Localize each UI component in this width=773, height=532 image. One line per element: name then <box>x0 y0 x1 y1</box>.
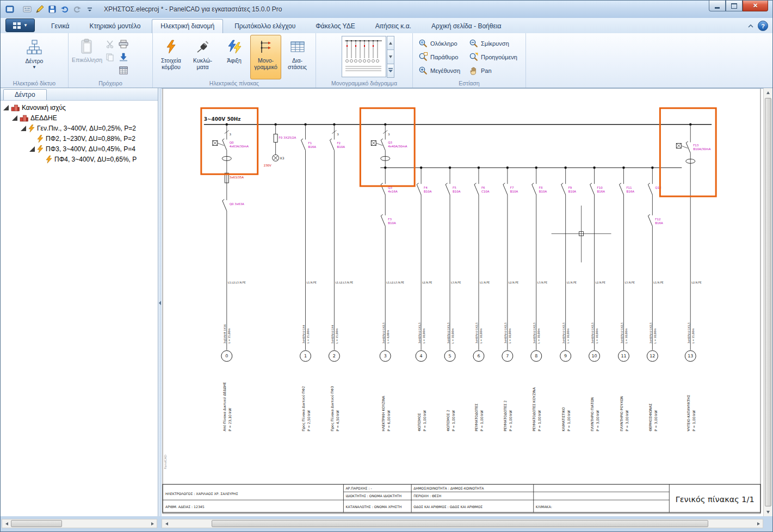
help-icon[interactable]: ? <box>758 21 768 31</box>
vertical-scrollbar[interactable] <box>763 88 772 516</box>
scroll-left-icon[interactable] <box>162 519 171 528</box>
tab-protokollo-elegchou[interactable]: Πρωτόκολλο ελέγχου <box>226 19 304 33</box>
group-label: Ηλεκτρικό δίκτυο <box>1 80 68 86</box>
print-icon[interactable] <box>118 39 129 50</box>
svg-text:1: 1 <box>304 354 307 358</box>
svg-text:5: 5 <box>448 354 451 358</box>
titlebar[interactable]: ΧΡΗΣΤΟΣ.elecproj * - PanelCAD για εγκατα… <box>1 1 772 18</box>
svg-text:F1: F1 <box>308 141 312 145</box>
tools-icon[interactable] <box>34 4 45 15</box>
tab-archiki-voitheia[interactable]: Αρχική σελίδα - Βοήθεια <box>423 19 510 33</box>
svg-text:3xH07V-U 1X1,5: 3xH07V-U 1X1,5 <box>418 323 421 344</box>
svg-text:3xH07V-U 1X2,5: 3xH07V-U 1X2,5 <box>621 323 623 344</box>
tab-fakelos-yde[interactable]: Φάκελος ΥΔΕ <box>307 19 363 33</box>
redo-icon[interactable] <box>72 4 83 15</box>
application-menu-button[interactable]: ▼ <box>5 18 35 32</box>
group-label: Μονογραμμικό διάγραμμα <box>316 80 412 86</box>
svg-text:B16A: B16A <box>597 190 605 193</box>
tree-expander-icon[interactable] <box>21 126 26 131</box>
zoom-window-button[interactable]: Παράθυρο <box>416 50 465 64</box>
svg-text:3x63/35A: 3x63/35A <box>230 176 244 179</box>
tree-expander-icon[interactable] <box>29 146 35 152</box>
scroll-left-icon[interactable] <box>2 519 11 528</box>
pan-hand-icon <box>469 66 478 75</box>
save-icon[interactable] <box>47 4 58 15</box>
scroll-up-icon[interactable] <box>764 88 772 97</box>
tree-expander-icon[interactable] <box>3 105 9 110</box>
canvas-scroll-thumb[interactable] <box>212 520 708 527</box>
canvas-horizontal-scrollbar[interactable] <box>162 519 763 528</box>
undo-icon[interactable] <box>59 4 70 15</box>
paste-button[interactable]: Επικόλληση <box>71 34 103 79</box>
tree-expander-icon[interactable] <box>12 115 17 121</box>
tab-genika[interactable]: Γενικά <box>42 19 78 33</box>
tab-ilektriki-dianomi[interactable]: Ηλεκτρική διανομή <box>152 19 223 33</box>
svg-text:ΔΗΜΟΣ/ΚΟΙΝΟΤΗΤΑ : ΔΗΜΟΣ-ΚΟΙ: ΔΗΜΟΣ/ΚΟΙΝΟΤΗΤΑ : ΔΗΜΟΣ-ΚΟΙΝΟΤΗΤΑ <box>413 486 484 490</box>
table-icon[interactable] <box>118 65 129 76</box>
svg-text:L1,N,PE: L1,N,PE <box>653 281 663 284</box>
svg-text:L = 10,00m: L = 10,00m <box>452 328 454 343</box>
gallery-more-icon[interactable] <box>387 64 394 78</box>
zoom-previous-button[interactable]: Προηγούμενη <box>466 50 522 64</box>
scroll-right-icon[interactable] <box>148 519 157 528</box>
svg-text:L1,N,PE: L1,N,PE <box>567 281 577 284</box>
gallery-up-icon[interactable] <box>387 36 394 50</box>
svg-text:L3,N,PE: L3,N,PE <box>451 281 461 284</box>
zoom-window-icon <box>418 52 428 61</box>
drawing-canvas[interactable]: PanelCAD3~400V 50HzF0 3X25/2AX3230V3Q04x… <box>162 88 763 516</box>
svg-text:3: 3 <box>337 133 338 136</box>
tree-item[interactable]: ΔΕΔΔΗΕ <box>1 113 158 123</box>
node-elements-button[interactable]: Στοιχείακόμβου <box>156 35 187 79</box>
single-line-button[interactable]: Μονο-γραμμικό <box>250 35 281 79</box>
arrival-button[interactable]: Άφιξη <box>219 35 250 79</box>
tree-item[interactable]: ΠΦ3, 3~400V, ΔU=0,45%, P=4 <box>1 144 158 154</box>
tree-item[interactable]: ΠΦ4, 3~400V, ΔU=0,65%, P <box>1 154 158 164</box>
zoom-out-button[interactable]: Σμίκρυνση <box>466 36 522 50</box>
scroll-right-icon[interactable] <box>754 519 763 528</box>
layout-icon[interactable] <box>22 4 33 15</box>
svg-text:L = 15,00m: L = 15,00m <box>692 328 695 343</box>
close-button[interactable]: ✕ <box>743 1 768 11</box>
svg-text:B10A: B10A <box>388 221 396 225</box>
group-label: Πρόχειρο <box>69 80 152 86</box>
zoom-full-icon <box>418 39 428 48</box>
minimize-button[interactable] <box>709 1 726 11</box>
svg-text:L = 15,00m: L = 15,00m <box>228 328 231 343</box>
tree-item-label: ΔΕΔΔΗΕ <box>30 114 57 122</box>
zoom-full-button[interactable]: Ολόκληρο <box>416 36 465 50</box>
svg-text:ΨΥΓΕΙΟ-ΚΑΤΑΨΥΚΤΗΣ: ΨΥΓΕΙΟ-ΚΑΤΑΨΥΚΤΗΣ <box>687 395 690 431</box>
svg-text:B10A: B10A <box>510 190 518 193</box>
scroll-down-icon[interactable] <box>764 508 772 516</box>
pan-hand-button[interactable]: Pan <box>466 64 522 77</box>
gallery-down-icon[interactable] <box>387 50 394 64</box>
qat-dropdown-icon[interactable] <box>84 4 95 15</box>
vertical-scroll-thumb[interactable] <box>765 98 771 506</box>
single-line-preview[interactable] <box>342 36 386 77</box>
ribbon-collapse-icon[interactable] <box>746 21 755 30</box>
tab-tree[interactable]: Δέντρο <box>3 89 47 100</box>
tree-item[interactable]: Κανονική ισχύς <box>1 102 158 113</box>
tab-aitiseis[interactable]: Αιτήσεις κ.α. <box>367 19 420 33</box>
dimensions-button[interactable]: Δια-στάσεις <box>282 35 313 79</box>
maximize-button[interactable] <box>726 1 743 11</box>
export-icon[interactable] <box>118 52 129 63</box>
tree-panel-tabs: Δέντρο <box>1 88 158 101</box>
svg-text:B10A: B10A <box>453 190 461 193</box>
tab-ktiriako-montelo[interactable]: Κτηριακό μοντέλο <box>81 19 149 33</box>
svg-text:L3,N,PE: L3,N,PE <box>537 281 547 284</box>
svg-text:F8: F8 <box>539 186 543 189</box>
svg-text:11: 11 <box>621 354 626 358</box>
chevron-down-icon: ▼ <box>23 23 28 28</box>
circuits-button[interactable]: Κυκλώ-ματα <box>187 35 218 79</box>
single-line-diagram[interactable]: PanelCAD3~400V 50HzF0 3X25/2AX3230V3Q04x… <box>162 89 763 516</box>
svg-text:ΚΛΙΜΑΤΙΣΤΙΚΟ: ΚΛΙΜΑΤΙΣΤΙΚΟ <box>561 407 565 431</box>
tree-item[interactable]: ΠΦ2, 1~230V, ΔU=0,88%, P=2 <box>1 133 158 144</box>
tree-item[interactable]: Γεν.Πιν., 3~400V, ΔU=0,25%, P=2 <box>1 123 158 133</box>
tree-horizontal-scrollbar[interactable] <box>2 519 157 528</box>
svg-text:F4: F4 <box>424 186 428 189</box>
copy-icon[interactable] <box>104 52 115 63</box>
tree-scroll-thumb[interactable] <box>11 520 62 527</box>
zoom-in-button[interactable]: Μεγέθυνση <box>416 64 465 77</box>
cut-scissors-icon[interactable] <box>104 39 115 50</box>
tree-button[interactable]: Δέντρο ▼ <box>17 35 52 80</box>
